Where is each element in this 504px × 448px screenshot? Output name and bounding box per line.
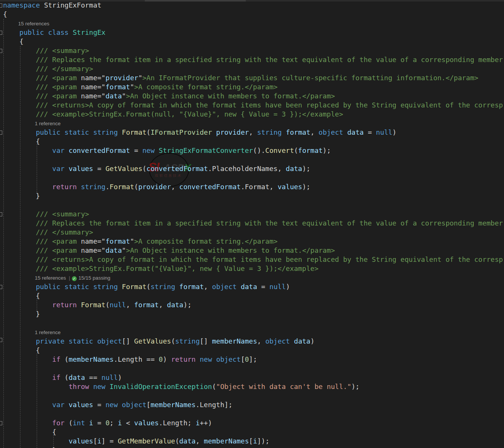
code-token-com: /// <param [3,74,81,82]
code-line[interactable]: if (memberNames.Length == 0) return new … [0,355,504,364]
code-token-plain: [ [146,401,150,409]
code-token-plain: name=" [81,92,105,100]
code-token-plain [118,283,122,291]
code-token-plain [93,337,97,345]
code-line[interactable]: /// <returns>A copy of format in which t… [0,101,504,110]
code-line[interactable]: return Format(null, format, data); [0,300,504,310]
code-token-ctrl: if [52,355,60,363]
code-line[interactable]: /// <example>StringEx.Format("{Value}", … [0,264,504,273]
codelens-link[interactable]: 15/15 passing [79,275,110,281]
code-line[interactable] [0,155,504,164]
code-line[interactable]: for (int i = 0; i < values.Length; i++) [0,418,504,428]
code-line[interactable]: /// <param name="data">An Object instanc… [0,92,504,101]
code-line[interactable]: /// <returns>A copy of format in which t… [0,255,504,264]
code-line[interactable] [0,409,504,418]
code-text-area[interactable]: namespace StringExFormat{15 references p… [0,0,504,448]
code-line[interactable]: { [0,428,504,437]
tests-passing-check-icon: ✓ [72,276,77,281]
code-line[interactable]: /// </summary> [0,64,504,73]
code-line[interactable] [0,391,504,400]
code-token-com: /// <param [3,83,81,91]
code-token-plain [89,128,93,136]
code-token-plain: ] = [101,437,118,445]
code-token-var: values [134,419,159,427]
code-line[interactable]: } [0,191,504,201]
codelens-link[interactable]: 15 references [18,21,50,26]
codelens-row[interactable]: 15 references |✓15/15 passing [0,273,504,282]
code-line[interactable]: if (data == null) [0,373,504,382]
code-token-plain: ( [294,146,298,154]
code-line[interactable]: /// <param name="format">A composite for… [0,237,504,246]
code-token-kw: public [36,283,60,291]
code-line[interactable] [0,364,504,373]
code-token-plain [118,401,122,409]
code-line[interactable]: /// <summary> [0,46,504,55]
code-line[interactable]: /// </summary> [0,228,504,237]
code-token-kw: new [93,383,105,390]
codelens-link[interactable]: 1 reference [35,121,60,126]
code-token-plain: { [3,37,23,45]
code-token-plain: ( [212,383,216,390]
code-token-plain: ( [105,301,110,309]
code-token-plain: [ [249,437,253,445]
code-line[interactable]: /// Replaces the format item in a specif… [0,219,504,228]
code-token-var: data [167,301,183,309]
code-token-kw: private [36,337,65,345]
code-token-kw: new [200,355,212,363]
code-line[interactable]: /// <example>StringEx.Format(null, "{Val… [0,110,504,119]
code-token-com: /// <param [3,246,81,254]
code-token-var: convertedFormat [179,183,241,191]
codelens-row[interactable]: 1 reference [0,119,504,128]
code-editor[interactable]: SI ASPX 双软信息技术 namespace StringExFormat{… [0,0,504,448]
code-line[interactable]: values[i] = GetMemberValue(data, memberN… [0,437,504,446]
code-line[interactable]: /// <param name="provider">An IFormatPro… [0,73,504,82]
code-line[interactable]: { [0,137,504,146]
code-token-kw: null [376,128,392,136]
code-token-plain [89,383,93,390]
code-line[interactable]: return string.Format(provider, converted… [0,182,504,191]
code-line[interactable]: /// <param name="format">A composite for… [0,82,504,92]
code-line[interactable] [0,319,504,328]
code-line[interactable]: var values = GetValues(convertedFormat.P… [0,164,504,173]
codelens-link[interactable]: 1 reference [35,330,60,335]
code-line[interactable] [0,201,504,210]
code-token-plain [60,283,65,291]
code-line[interactable] [0,173,504,182]
codelens-row[interactable]: 1 reference [0,328,504,337]
code-token-plain [343,128,347,136]
code-line[interactable]: public class StringEx [0,28,504,37]
code-line[interactable]: { [0,37,504,46]
code-token-com: >An Object instance with members to form… [126,92,335,100]
code-line[interactable]: /// <param name="data">An Object instanc… [0,246,504,255]
code-token-docval: data [105,246,122,254]
code-token-iface: IFormatProvider [150,128,212,136]
code-token-plain: , [204,283,212,291]
codelens-link[interactable]: 15 references [35,275,66,281]
code-line[interactable]: throw new InvalidOperationException("Obj… [0,382,504,391]
code-token-plain [65,337,69,345]
code-token-plain: ); [302,165,310,173]
code-token-ctrl: return [52,301,77,309]
code-token-plain: = [93,419,105,427]
code-token-plain: ) [392,128,397,136]
code-line[interactable]: { [0,10,504,19]
code-token-plain: .PlaceholderNames, [208,165,286,173]
code-line[interactable]: } [0,310,504,319]
code-token-plain: " [130,83,134,91]
code-line[interactable]: { [0,291,504,300]
code-line[interactable]: public static string Format(IFormatProvi… [0,128,504,137]
code-token-com: >An IFormatProvider that supplies cultur… [142,74,478,82]
codelens-row[interactable]: 15 references [0,19,504,28]
code-line[interactable]: { [0,346,504,355]
code-line[interactable]: namespace StringExFormat [0,1,504,10]
code-line[interactable]: /// <summary> [0,210,504,219]
code-token-kw: var [52,146,65,154]
code-line[interactable]: } [0,446,504,448]
code-token-plain [89,283,93,291]
code-line[interactable]: var values = new object[memberNames.Leng… [0,400,504,409]
code-line[interactable]: private static object[] GetValues(string… [0,337,504,346]
code-line[interactable]: var convertedFormat = new StringExFormat… [0,146,504,155]
code-line[interactable]: /// Replaces the format item in a specif… [0,55,504,64]
code-line[interactable]: public static string Format(string forma… [0,282,504,291]
code-token-plain [212,355,216,363]
